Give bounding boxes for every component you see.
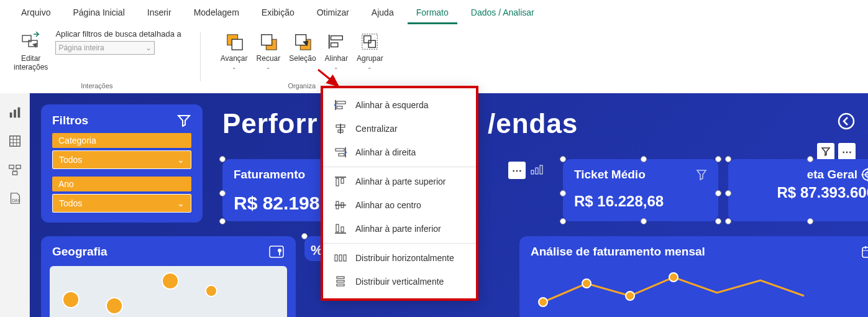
left-rail: DAX: [0, 93, 30, 317]
visual-filter-icon[interactable]: [817, 143, 834, 160]
categoria-label: Categoria: [52, 133, 191, 148]
align-center-h-icon: [334, 123, 347, 134]
svg-rect-57: [336, 178, 339, 186]
apply-filter-section: Aplicar filtros de busca detalhada a Pág…: [55, 29, 181, 55]
ano-dropdown[interactable]: Todos ⌄: [52, 194, 191, 213]
dist-h-item[interactable]: Distribuir horizontalmente: [323, 246, 476, 270]
kpi-meta[interactable]: eta Geral R$ 87.393.600: [728, 159, 868, 221]
align-top-item[interactable]: Alinhar à parte superior: [323, 170, 476, 193]
svg-rect-5: [262, 35, 272, 45]
map-visual[interactable]: [50, 266, 287, 317]
tab-ajuda[interactable]: Ajuda: [363, 2, 403, 24]
svg-rect-30: [531, 170, 534, 174]
dist-v-item[interactable]: Distribuir verticalmente: [323, 270, 476, 293]
editar-interacoes-button[interactable]: Editarinterações: [12, 29, 49, 73]
group-icon: [359, 30, 381, 53]
svg-rect-9: [331, 36, 343, 40]
geografia-card[interactable]: Geografia: [41, 236, 296, 317]
align-bottom-icon: [334, 223, 347, 234]
send-backward-icon: [257, 30, 280, 53]
distribute-h-icon: [334, 252, 347, 264]
align-bottom-item[interactable]: Alinhar à parte inferior: [323, 217, 476, 241]
chevron-down-icon: ⌄: [232, 64, 237, 70]
group-interacoes: Editarinterações Aplicar filtros de busc…: [12, 29, 181, 91]
selection-icon: [291, 30, 314, 53]
align-center-h-item[interactable]: Centralizar: [323, 117, 476, 140]
apply-filter-dropdown[interactable]: Página inteira ⌄: [55, 41, 155, 55]
align-right-item[interactable]: Alinhar à direita: [323, 140, 476, 164]
align-left-item[interactable]: Alinhar à esquerda: [323, 93, 476, 117]
top-icons: [837, 112, 856, 131]
group-label-interacoes: Interações: [81, 82, 112, 90]
trend-card[interactable]: Análise de faturamento mensal: [519, 236, 868, 317]
tab-dados-analisar[interactable]: Dados / Analisar: [462, 2, 543, 24]
svg-rect-48: [337, 101, 345, 104]
svg-rect-13: [368, 40, 375, 47]
ano-label: Ano: [52, 177, 191, 191]
bar-chart-icon: [529, 162, 544, 177]
svg-point-43: [539, 298, 547, 306]
avancar-button[interactable]: Avançar ⌄: [219, 29, 249, 71]
visual-more-icon[interactable]: ⋯: [508, 162, 526, 179]
chevron-down-icon: ⌄: [145, 44, 152, 52]
svg-rect-49: [337, 106, 342, 109]
tab-exibicao[interactable]: Exibição: [253, 2, 303, 24]
svg-point-29: [839, 114, 854, 129]
funnel-icon[interactable]: [176, 113, 191, 128]
recuar-button[interactable]: Recuar ⌄: [255, 29, 282, 71]
svg-rect-10: [331, 43, 338, 47]
align-left-icon: [334, 99, 347, 111]
distribute-v-icon: [334, 276, 347, 287]
categoria-dropdown[interactable]: Todos ⌄: [52, 150, 191, 169]
svg-rect-32: [540, 165, 542, 174]
funnel-icon: [696, 169, 707, 180]
svg-rect-68: [337, 277, 344, 278]
align-icon: [325, 30, 347, 53]
svg-rect-12: [364, 36, 371, 43]
model-view-icon[interactable]: [8, 163, 22, 177]
align-dropdown-menu: Alinhar à esquerda Centralizar Alinhar à…: [322, 87, 477, 300]
tab-pagina-inicial[interactable]: Página Inicial: [64, 2, 133, 24]
svg-rect-37: [270, 246, 283, 257]
align-middle-item[interactable]: Alinhar ao centro: [323, 193, 476, 217]
map-pin-icon: [268, 245, 285, 259]
svg-rect-64: [341, 227, 344, 232]
svg-rect-23: [9, 165, 13, 169]
tab-arquivo[interactable]: Arquivo: [12, 2, 59, 24]
tab-modelagem[interactable]: Modelagem: [185, 2, 248, 24]
svg-rect-65: [335, 255, 337, 261]
edit-interactions-icon: [20, 30, 42, 53]
svg-rect-17: [17, 108, 20, 118]
visual-more-icon[interactable]: ⋯: [838, 143, 856, 160]
tab-otimizar[interactable]: Otimizar: [308, 2, 358, 24]
group-label-organizar: Organiza: [288, 82, 316, 90]
report-view-icon[interactable]: [8, 106, 22, 119]
chevron-down-icon: ⌄: [266, 64, 271, 70]
filters-header: Filtros: [52, 114, 88, 127]
tab-formato[interactable]: Formato: [408, 2, 457, 24]
ribbon-body: Editarinterações Aplicar filtros de busc…: [0, 24, 868, 96]
svg-rect-55: [339, 154, 344, 156]
svg-point-44: [582, 279, 591, 288]
dax-view-icon[interactable]: DAX: [8, 191, 22, 205]
data-view-icon[interactable]: [8, 134, 22, 148]
tab-inserir[interactable]: Inserir: [139, 2, 180, 24]
kpi-ticket[interactable]: Ticket Médio R$ 16.228,68: [563, 159, 718, 221]
align-middle-icon: [334, 200, 347, 211]
agrupar-button[interactable]: Agrupar ⌄: [355, 29, 385, 71]
svg-rect-15: [9, 113, 12, 117]
menu-separator: [323, 167, 476, 167]
alinhar-button[interactable]: Alinhar ⌄: [324, 29, 349, 71]
kpi-ticket-value: R$ 16.228,68: [574, 193, 707, 210]
separator: [200, 32, 201, 81]
group-organizar: Avançar ⌄ Recuar ⌄ Seleção Alinhar ⌄ Agr…: [219, 29, 385, 91]
svg-rect-11: [362, 34, 377, 49]
selecao-button[interactable]: Seleção: [288, 29, 317, 64]
svg-line-27: [15, 168, 19, 172]
kpi-meta-value: R$ 87.393.600: [739, 184, 868, 201]
back-icon[interactable]: [837, 112, 856, 131]
svg-text:DAX: DAX: [12, 198, 21, 203]
chevron-down-icon: ⌄: [367, 64, 372, 70]
svg-rect-66: [339, 255, 342, 261]
line-chart: [531, 265, 868, 315]
